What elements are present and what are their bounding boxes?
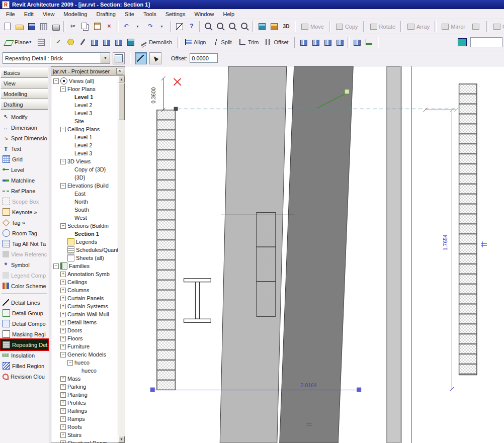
tape-measure-icon[interactable] [64,36,76,48]
scroll-up-icon[interactable]: ▲ [118,76,125,82]
sidebar-item-view-reference[interactable]: View Referenc [1,249,48,259]
default-3d-view-icon[interactable] [256,21,268,33]
sidebar-item-tag[interactable]: Tag » [1,217,48,228]
sidebar-item-insulation[interactable]: Insulation [1,350,48,361]
split-face-icon[interactable] [113,36,125,48]
move-button[interactable]: Move [298,22,327,31]
menu-file[interactable]: File [2,10,20,18]
tree-row[interactable]: Level 2 [51,101,118,109]
sidebar-item-color-scheme[interactable]: Color Scheme [1,281,48,291]
tree-families[interactable]: − Families [51,262,118,270]
draw-mode-button[interactable] [135,52,147,64]
tree-row[interactable]: Level 2 [51,141,118,149]
dimension-handle-right[interactable] [357,388,361,392]
analytical-model-icon[interactable] [363,36,375,48]
tree-row[interactable]: + Columns [51,286,118,294]
project-browser-header[interactable]: jar.rvt - Project browser × [51,67,125,76]
tree-row[interactable]: + Stairs [51,431,118,439]
tree-schedules[interactable]: Schedules/Quant [51,246,118,254]
menu-view[interactable]: View [38,10,59,18]
wall-strip-light[interactable] [387,66,400,443]
tree-ceiling-plans[interactable]: − Ceiling Plans [51,125,118,133]
camera-view-icon[interactable] [268,21,280,33]
scrollbar-thumb[interactable] [118,83,125,120]
dimension-right-value[interactable]: 1.7654 [443,234,448,250]
title-bar[interactable]: R Revit Architecture 2009 - [jar.rvt - S… [0,0,504,9]
tree-row[interactable]: + Mass [51,375,118,383]
tree-row[interactable]: Level 3 [51,109,118,117]
tree-row[interactable]: + Curtain Systems [51,302,118,310]
zoom-out-icon[interactable] [227,21,239,33]
sidebar-item-detail-group[interactable]: Detail Group [1,308,48,318]
tree-row[interactable]: + Detail Items [51,318,118,326]
tree-hueco[interactable]: hueco [51,367,118,375]
repeating-detail-right[interactable] [459,84,477,375]
spelling-icon[interactable]: ✓ [52,36,64,48]
sidebar-item-repeating-detail[interactable]: Repeating Det [1,339,48,350]
redo-dropdown-icon[interactable]: ▾ [156,21,169,33]
sidebar-item-tag-all[interactable]: Tag All Not Ta [1,238,48,249]
designbar-tab-view[interactable]: View [1,78,48,88]
linework-icon[interactable] [89,36,101,48]
delete-icon[interactable]: × [103,21,115,33]
menu-drafting[interactable]: Drafting [92,10,120,18]
red-x-marker[interactable] [174,78,181,85]
sidebar-item-scope-box[interactable]: Scope Box [1,196,48,207]
tree-row[interactable]: South [51,206,118,214]
wall-section-light[interactable] [220,66,286,443]
designbar-tab-modelling[interactable]: Modelling [1,89,48,99]
show-mass-icon[interactable] [125,36,137,48]
tree-row[interactable]: + Profiles [51,399,118,407]
tree-row[interactable]: + Doors [51,326,118,334]
unjoin-geometry-icon[interactable] [310,36,322,48]
context-help-icon[interactable]: ? [186,21,198,33]
rotate-button[interactable]: Rotate [367,22,399,31]
tree-row[interactable]: + Curtain Panels [51,294,118,302]
uncut-geometry-icon[interactable] [334,36,346,48]
scroll-down-icon[interactable]: ▼ [118,436,125,442]
menu-tools[interactable]: Tools [139,10,161,18]
save-icon[interactable] [26,21,38,33]
offset-input[interactable] [190,53,218,63]
tree-row[interactable]: + Curtain Wall Mull [51,310,118,318]
tree-sheets[interactable]: Sheets (all) [51,254,118,262]
drawing-canvas[interactable]: 0.3600 [125,66,504,443]
scrollbar-track[interactable] [118,121,125,436]
undo-dropdown-icon[interactable]: ▾ [132,21,144,33]
dimension-right[interactable] [450,109,454,391]
tree-row[interactable]: + Ceilings [51,278,118,286]
sidebar-item-text[interactable]: Text [1,143,48,154]
menu-site[interactable]: Site [120,10,139,18]
sidebar-item-dimension[interactable]: Dimension [1,122,48,133]
tree-row[interactable]: + Furniture [51,342,118,350]
trim-button[interactable]: Trim [235,37,263,47]
redo-icon[interactable]: ↷ [144,21,156,33]
tree-generic-models[interactable]: − Generic Models [51,350,118,359]
cut-geometry-icon[interactable] [322,36,334,48]
tree-row[interactable]: + Structural Beam [51,439,118,442]
sidebar-item-grid[interactable]: Grid [1,154,48,164]
sidebar-item-detail-lines[interactable]: Detail Lines [1,297,48,308]
sidebar-item-matchline[interactable]: Matchline [1,175,48,186]
sidebar-item-legend-component[interactable]: Legend Comp [1,270,48,281]
dimension-left[interactable] [161,76,165,112]
drag-handle-dark[interactable] [174,107,178,111]
cut-icon[interactable]: ✂ [67,21,79,33]
match-type-icon[interactable] [76,36,89,48]
print-icon[interactable] [50,21,62,33]
tree-3d-views[interactable]: − 3D Views [51,157,118,165]
tree-row[interactable]: + Floors [51,334,118,342]
group-button[interactable]: Group [490,22,504,31]
paint-icon[interactable] [101,36,113,48]
dimension-left-value[interactable]: 0.3600 [151,87,156,104]
paste-icon[interactable] [91,21,103,33]
tree-row[interactable]: Level 3 [51,149,118,157]
designbar-tab-basics[interactable]: Basics [1,68,48,78]
zoom-in-icon[interactable] [215,21,227,33]
type-selector-dropdown-icon[interactable]: ▼ [101,53,110,63]
work-plane-button[interactable]: Plane ▾ [2,37,35,47]
sidebar-item-level[interactable]: Level [1,164,48,175]
tree-hueco-group[interactable]: − hueco [51,359,118,367]
tree-row[interactable]: Site [51,117,118,125]
menu-settings[interactable]: Settings [161,10,190,18]
